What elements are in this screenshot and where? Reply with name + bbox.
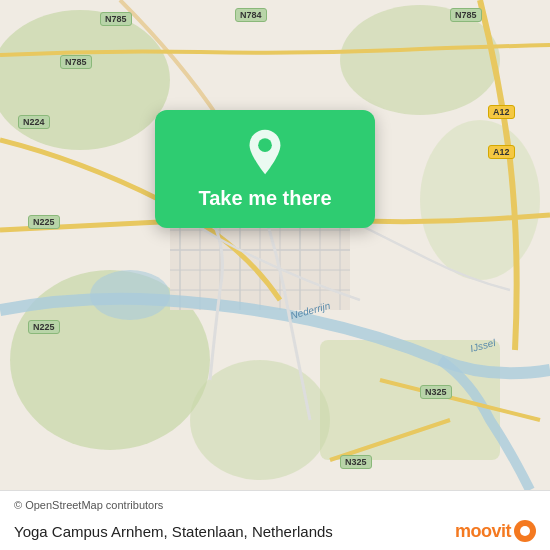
take-me-there-popup[interactable]: Take me there	[155, 110, 375, 228]
road-label-n325-1: N325	[420, 385, 452, 399]
road-label-n785-3: N785	[60, 55, 92, 69]
road-label-n784: N784	[235, 8, 267, 22]
road-label-a12-1: A12	[488, 105, 515, 119]
moovit-dot-inner	[520, 526, 530, 536]
svg-point-3	[420, 120, 540, 280]
map-svg	[0, 0, 550, 490]
svg-point-25	[258, 138, 272, 152]
road-label-n225-2: N225	[28, 320, 60, 334]
moovit-dot-icon	[514, 520, 536, 542]
location-pin-icon	[241, 128, 289, 176]
bottom-bar: © OpenStreetMap contributors Yoga Campus…	[0, 490, 550, 550]
moovit-logo: moovit	[455, 520, 536, 542]
svg-point-24	[90, 270, 170, 320]
road-label-n785-2: N785	[450, 8, 482, 22]
road-label-n224: N224	[18, 115, 50, 129]
location-title: Yoga Campus Arnhem, Statenlaan, Netherla…	[14, 523, 333, 540]
take-me-there-label: Take me there	[198, 186, 331, 210]
map-container: N785 N784 N785 N224 N785 A12 A12 N225 N2…	[0, 0, 550, 490]
road-label-a12-2: A12	[488, 145, 515, 159]
road-label-n225-1: N225	[28, 215, 60, 229]
road-label-n325-2: N325	[340, 455, 372, 469]
map-attribution: © OpenStreetMap contributors	[14, 499, 163, 511]
road-label-n785-1: N785	[100, 12, 132, 26]
moovit-text: moovit	[455, 521, 511, 542]
